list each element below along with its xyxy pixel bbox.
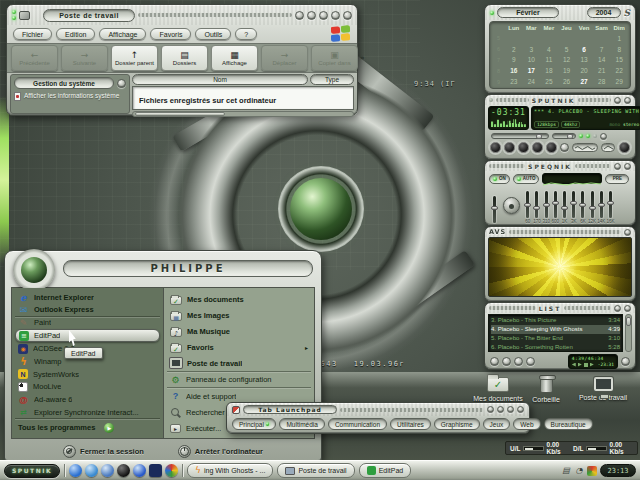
eq-band-track[interactable] [609,191,612,218]
eject-button[interactable] [560,143,569,152]
equalizer-close-button[interactable] [624,163,631,170]
calendar-cell[interactable]: 26 [558,78,576,85]
start-menu-item[interactable]: Poste de travail [167,356,311,372]
dock-tab[interactable]: Communication [328,418,387,430]
sidebar-link[interactable]: Afficher les informations système [14,92,126,109]
dock-tab[interactable]: Utilitaires [390,418,431,430]
mini-prev-icon[interactable] [572,363,576,367]
playlist-titlebar[interactable]: LIST [485,303,635,313]
task-button[interactable]: Poste de travail [277,463,354,478]
eq-band-track[interactable] [554,191,557,218]
seek-slider[interactable] [491,133,549,139]
calendar-cell[interactable]: 23 [505,78,523,85]
player-titlebar[interactable]: SPUTNIK [485,95,635,105]
calendar-cell[interactable]: 17 [523,67,541,74]
menu-item[interactable]: Edition [56,28,95,40]
start-menu-item[interactable]: Ad-aware 6 [15,393,160,406]
scrollbar-thumb[interactable] [135,112,225,116]
player-close-button[interactable] [624,97,631,104]
ql-mail-icon[interactable] [101,464,114,477]
toolbar-button[interactable]: → Suivante [61,45,108,71]
eq-band-track[interactable] [545,191,548,218]
start-button[interactable]: SPUTNIK [4,464,60,478]
eq-band-track[interactable] [563,191,566,218]
equalizer-shade-button[interactable] [614,163,621,170]
calendar-cell[interactable]: 14 [593,56,611,63]
task-button[interactable]: EditPad [359,463,412,478]
dock-tab[interactable]: Jeux [483,418,511,430]
volume-slider[interactable] [552,133,576,139]
eq-band-thumb[interactable] [598,203,605,207]
mini-play-icon[interactable] [578,363,582,367]
track-display[interactable]: *** 4. PLACEBO - SLEEPING WITH 128kbps 4… [531,106,640,130]
avs-visualization[interactable] [488,237,632,297]
volume-thumb[interactable] [567,134,573,139]
eq-band-slider[interactable]: 14K [597,191,606,224]
calendar-cell[interactable]: 8 [492,68,505,74]
calendar-cell[interactable]: 7 [593,46,611,53]
eq-band-track[interactable] [581,191,584,218]
shuffle-button[interactable] [572,143,598,152]
shut-down-button[interactable]: Arrêter l'ordinateur [178,445,263,458]
calendar-cell[interactable]: 12 [558,56,576,63]
toolbar-button[interactable]: ↑ Dossier parent [111,45,158,71]
calendar-cell[interactable]: 27 [575,78,593,85]
ql-msn-icon[interactable] [133,464,146,477]
toolbar-button[interactable]: ▣ Copier dans [311,45,358,71]
eq-band-thumb[interactable] [561,206,568,210]
sidebar-header[interactable]: Gestion du système [14,77,114,89]
play-button[interactable] [504,142,515,153]
preamp-slider[interactable] [490,196,499,224]
volume-knob[interactable] [619,142,630,153]
calendar-cell[interactable]: 4 [540,46,558,53]
preamp-thumb[interactable] [491,206,498,210]
tray-alert-icon[interactable]: ◔ [574,466,584,476]
eq-band-thumb[interactable] [579,203,586,207]
calendar-cell[interactable]: 19 [558,67,576,74]
calendar-cell[interactable]: 9 [505,56,523,63]
ql-mediaplayer-icon[interactable] [117,464,130,477]
dock-tab[interactable]: Multimédia [279,418,324,430]
start-menu-item[interactable]: Internet Explorer [15,291,160,304]
player-shade-button[interactable] [614,97,621,104]
calendar-cell[interactable]: 24 [523,78,541,85]
start-menu-item[interactable]: Mes Images [167,307,311,323]
next-button[interactable] [546,142,557,153]
calendar-cell[interactable]: 5 [558,46,576,53]
all-programs-button[interactable]: Tous les programmes ▶ [15,421,160,435]
playlist-transport[interactable]: -23:31 [572,362,614,367]
playlist-list-button[interactable] [621,357,630,366]
eq-band-track[interactable] [535,191,538,218]
calendar-cell[interactable]: 9 [492,79,505,85]
calendar-cell[interactable]: 7 [492,57,505,63]
menu-item[interactable]: Favoris [150,28,191,40]
balance-knob[interactable] [503,197,520,214]
eq-band-thumb[interactable] [607,201,614,205]
calendar-cell[interactable]: 21 [593,67,611,74]
repeat-button[interactable] [601,143,615,152]
spectrum-analyzer[interactable] [491,118,526,127]
start-menu-item[interactable]: Panneau de configuration [167,372,311,388]
calendar-cell[interactable]: 8 [610,46,628,53]
eq-band-track[interactable] [600,191,603,218]
start-menu-item[interactable]: EditPad [15,329,160,342]
eq-band-thumb[interactable] [533,206,540,210]
desktop-icon-my-computer[interactable]: Poste de travail [570,377,636,401]
eq-band-track[interactable] [591,191,594,218]
start-menu-item[interactable]: Ma Musique [167,323,311,339]
menu-item[interactable]: ? [235,28,257,40]
eq-band-slider[interactable]: 600 [551,191,560,224]
calendar-cell[interactable]: 16 [505,67,523,74]
explorer-titlebar[interactable]: Poste de travail [7,5,357,25]
avs-titlebar[interactable]: AVS [485,227,635,237]
calendar-cell[interactable]: 6 [492,46,505,52]
task-button[interactable]: ϟ ing With Ghosts - ... [187,463,273,478]
calendar-cell[interactable]: 10 [523,56,541,63]
playlist-track-row[interactable]: 4. Placebo - Sleeping With Ghosts 4:39 [491,325,620,334]
playlist-scrollbar[interactable] [625,314,632,352]
playlist-add-button[interactable] [490,357,499,366]
dock-button-1[interactable] [487,406,494,413]
eq-band-slider[interactable]: 16K [606,191,615,224]
eq-band-slider[interactable]: 170 [532,191,541,224]
options-button[interactable] [600,133,607,140]
